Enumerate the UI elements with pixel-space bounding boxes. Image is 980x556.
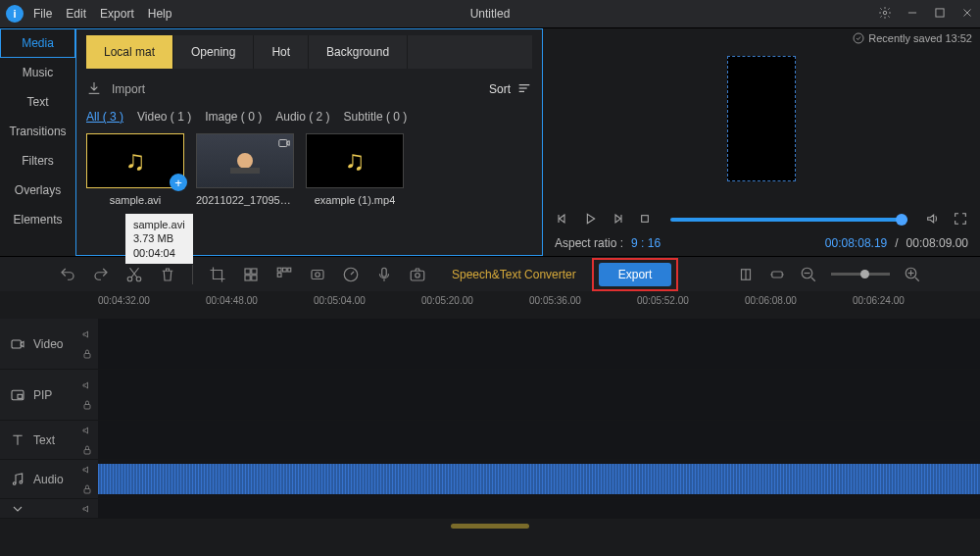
mute-icon[interactable] [81, 503, 93, 515]
crop-icon[interactable] [209, 266, 226, 283]
sidetab-elements[interactable]: Elements [0, 205, 75, 234]
svg-point-33 [416, 273, 420, 278]
import-icon[interactable] [86, 80, 102, 99]
timeline-scrollbar[interactable] [0, 519, 980, 532]
timeline-ruler[interactable]: 00:04:32.00 00:04:48.00 00:05:04.00 00:0… [0, 291, 980, 319]
prev-frame-icon[interactable] [555, 211, 570, 229]
mosaic-icon[interactable] [242, 266, 260, 283]
sidetab-music[interactable]: Music [0, 58, 75, 87]
svg-point-11 [854, 33, 863, 43]
speed-icon[interactable] [342, 266, 360, 283]
menu-export[interactable]: Export [100, 7, 134, 21]
track-text[interactable]: Text [0, 421, 980, 460]
next-frame-icon[interactable] [610, 211, 625, 229]
window-title: Untitled [470, 7, 511, 21]
tab-background[interactable]: Background [309, 35, 408, 69]
svg-line-41 [811, 278, 815, 281]
menu-file[interactable]: File [33, 7, 52, 21]
svg-rect-50 [84, 404, 90, 409]
filter-all[interactable]: All ( 3 ) [86, 110, 123, 124]
svg-line-45 [915, 278, 919, 281]
screenshot-icon[interactable] [409, 266, 426, 283]
filter-video[interactable]: Video ( 1 ) [137, 110, 191, 124]
music-note-icon: ♫ [125, 145, 146, 177]
lock-icon[interactable] [81, 348, 93, 360]
zoom-in-icon[interactable] [904, 266, 921, 283]
minimize-icon[interactable] [906, 6, 919, 23]
redo-icon[interactable] [92, 266, 110, 283]
media-item[interactable]: 20211022_170955... [196, 133, 294, 206]
settings-icon[interactable] [878, 6, 892, 23]
filter-image[interactable]: Image ( 0 ) [205, 110, 262, 124]
lock-icon[interactable] [81, 483, 93, 495]
lock-icon[interactable] [81, 399, 93, 411]
zoom-out-icon[interactable] [800, 266, 817, 283]
cut-icon[interactable] [125, 266, 143, 283]
mute-icon[interactable] [81, 379, 93, 391]
menu-edit[interactable]: Edit [66, 7, 86, 21]
sidetab-filters[interactable]: Filters [0, 146, 75, 176]
sort-icon[interactable] [516, 80, 532, 99]
svg-rect-9 [230, 168, 260, 174]
filter-audio[interactable]: Audio ( 2 ) [275, 110, 329, 124]
mute-icon[interactable] [81, 425, 93, 436]
play-icon[interactable] [582, 211, 598, 229]
track-extra[interactable] [0, 499, 980, 519]
tab-hot[interactable]: Hot [254, 35, 309, 69]
marker-icon[interactable] [737, 266, 755, 283]
svg-rect-26 [288, 268, 291, 272]
svg-point-0 [883, 11, 887, 15]
svg-rect-28 [312, 270, 323, 278]
sidetab-transitions[interactable]: Transitions [0, 117, 75, 146]
stop-icon[interactable] [637, 211, 653, 229]
export-button[interactable]: Export [599, 263, 672, 286]
undo-icon[interactable] [59, 266, 76, 283]
mute-icon[interactable] [81, 329, 93, 340]
media-tooltip: sample.avi 3.73 MB 00:04:04 [125, 214, 193, 264]
aspect-value[interactable]: 9 : 16 [631, 236, 661, 250]
delete-icon[interactable] [159, 266, 176, 283]
media-item[interactable]: ♫ example (1).mp4 [306, 133, 404, 206]
menu-help[interactable]: Help [148, 7, 172, 21]
close-icon[interactable] [960, 6, 974, 23]
svg-rect-47 [84, 353, 90, 358]
svg-rect-36 [772, 272, 783, 278]
sort-label[interactable]: Sort [489, 82, 511, 96]
volume-icon[interactable] [925, 211, 941, 229]
media-item[interactable]: ♫ + sample.avi [86, 133, 184, 206]
audio-clip[interactable] [98, 464, 980, 494]
add-to-timeline-button[interactable]: + [170, 174, 187, 191]
freeze-icon[interactable] [309, 266, 326, 283]
timeline-tracks: Video PIP Text Audio [0, 319, 980, 519]
svg-rect-31 [382, 268, 387, 277]
filter-subtitle[interactable]: Subtitle ( 0 ) [344, 110, 408, 124]
sidetab-text[interactable]: Text [0, 87, 75, 117]
sidetab-media[interactable]: Media [0, 28, 75, 58]
svg-point-53 [20, 480, 23, 483]
music-note-icon: ♫ [345, 145, 366, 177]
mute-icon[interactable] [81, 464, 93, 476]
track-pip[interactable]: PIP [0, 370, 980, 421]
speech-text-converter[interactable]: Speech&Text Converter [452, 268, 576, 281]
tab-local[interactable]: Local mat [86, 35, 173, 69]
svg-rect-20 [245, 269, 250, 274]
seek-bar[interactable] [670, 218, 907, 222]
media-item-label: 20211022_170955... [196, 194, 294, 206]
zoom-slider[interactable] [831, 273, 890, 276]
track-video[interactable]: Video [0, 319, 980, 370]
media-item-label: example (1).mp4 [315, 194, 396, 206]
sidetab-overlays[interactable]: Overlays [0, 176, 75, 205]
maximize-icon[interactable] [933, 6, 947, 23]
titlebar: i File Edit Export Help Untitled [0, 0, 980, 27]
time-total: 00:08:09.00 [906, 236, 968, 250]
preview-panel: Recently saved 13:52 Aspect ratio : 9 : … [543, 28, 980, 256]
track-audio[interactable]: Audio [0, 460, 980, 499]
voiceover-icon[interactable] [375, 266, 393, 283]
tab-opening[interactable]: Opening [173, 35, 254, 69]
mosaic2-icon[interactable] [275, 266, 293, 283]
fullscreen-icon[interactable] [953, 211, 968, 229]
lock-icon[interactable] [81, 444, 93, 456]
svg-rect-54 [84, 488, 90, 493]
import-button[interactable]: Import [112, 82, 145, 96]
fit-icon[interactable] [768, 266, 786, 283]
